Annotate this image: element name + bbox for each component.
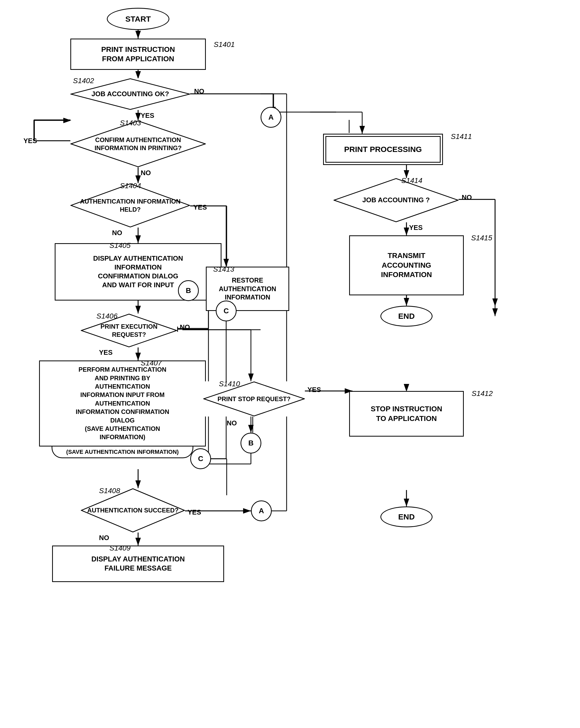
s1414-diamond: JOB ACCOUNTING ? [334, 178, 458, 222]
flowchart: START PRINT INSTRUCTION FROM APPLICATION… [0, 0, 580, 728]
s1409-box: DISPLAY AUTHENTICATION FAILURE MESSAGE [52, 546, 224, 582]
s1406-label: S1406 [97, 312, 117, 320]
yes-label-1410: YES [308, 386, 321, 394]
conn-b2: B [240, 433, 261, 453]
no-label-1404: NO [112, 229, 122, 237]
s1407-label: S1407 [141, 359, 162, 367]
s1407-box: PERFORM AUTHENTICATION AND PRINTING BY A… [39, 361, 206, 470]
no-label-1402: NO [194, 87, 204, 96]
yes-label-1403: YES [23, 137, 37, 145]
yes-label-1414: YES [409, 224, 423, 232]
s1403-label: S1403 [120, 119, 141, 127]
yes-label-1406: YES [99, 348, 112, 357]
s1406-diamond: PRINT EXECUTION REQUEST? [81, 314, 177, 347]
s1414-label: S1414 [401, 177, 422, 185]
yes-label-1408: YES [188, 508, 201, 516]
s1412-label: S1412 [472, 389, 493, 398]
s1411-box: PRINT PROCESSING [323, 134, 443, 165]
conn-a1: A [261, 107, 282, 128]
no-label-1403: NO [141, 169, 151, 177]
yes-label-1404: YES [193, 203, 207, 211]
s1402-label: S1402 [73, 77, 94, 85]
s1411-label: S1411 [451, 132, 472, 141]
s1408-diamond: AUTHENTICATION SUCCEED? [81, 488, 185, 532]
no-label-1406: NO [180, 323, 190, 331]
s1410-diamond: PRINT STOP REQUEST? [203, 381, 305, 417]
s1401-box: PRINT INSTRUCTION FROM APPLICATION [70, 38, 206, 70]
start-node: START [107, 8, 169, 30]
no-label-1410: NO [227, 419, 237, 427]
s1415-box: TRANSMIT ACCOUNTING INFORMATION [349, 235, 464, 295]
conn-b1: B [178, 280, 199, 301]
s1415-label: S1415 [471, 234, 492, 242]
no-label-1414: NO [462, 193, 472, 202]
s1410-label: S1410 [219, 380, 240, 388]
conn-c1: C [216, 301, 237, 321]
conn-c2: C [190, 448, 211, 469]
s1413-label: S1413 [213, 265, 234, 274]
no-label-1408: NO [99, 534, 109, 542]
s1405-label: S1405 [109, 241, 131, 250]
s1408-label: S1408 [99, 487, 120, 495]
end2-node: END [380, 506, 432, 527]
start-label: START [125, 15, 151, 23]
yes-label-1402: YES [141, 111, 154, 120]
end1-node: END [380, 306, 432, 327]
s1412-box: STOP INSTRUCTION TO APPLICATION [349, 391, 464, 437]
conn-a2: A [251, 500, 272, 521]
s1401-label: S1401 [214, 41, 235, 49]
s1404-label: S1404 [120, 182, 141, 190]
s1403-diamond: CONFIRM AUTHENTICATION INFORMATION IN PR… [70, 121, 206, 167]
s1409-label: S1409 [109, 544, 131, 552]
